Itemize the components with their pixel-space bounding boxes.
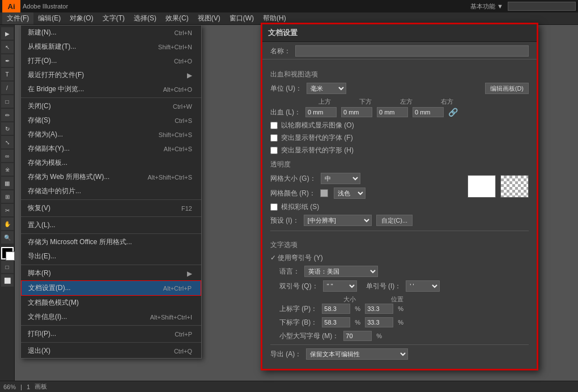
highlight-font-checkbox[interactable]: [270, 134, 278, 142]
subscript-size-input[interactable]: [322, 317, 350, 327]
tool-screen-mode[interactable]: ⬜: [1, 274, 14, 287]
language-select[interactable]: 英语：美国: [304, 266, 378, 277]
bleed-top-input[interactable]: [305, 107, 337, 117]
bleed-bottom-input[interactable]: [341, 107, 372, 117]
custom-btn[interactable]: 自定(C)...: [376, 215, 413, 226]
tool-hand[interactable]: ✋: [1, 218, 14, 230]
bleed-right-input[interactable]: [413, 107, 444, 117]
export-select[interactable]: 保留文本可编辑性: [306, 348, 408, 360]
grid-preview: [468, 175, 529, 198]
tool-select[interactable]: ▶: [1, 27, 14, 40]
separator-2: [21, 199, 201, 200]
search-input[interactable]: [508, 2, 576, 11]
menu-quit[interactable]: 退出(X) Ctrl+Q: [21, 344, 201, 358]
menu-revert[interactable]: 恢复(V) F12: [21, 201, 201, 215]
checkbox-outline-mode: 以轮廓模式显示图像 (O): [270, 121, 529, 130]
menu-scripts[interactable]: 脚本(R) ▶: [21, 266, 201, 280]
menu-export[interactable]: 导出(E)...: [21, 249, 201, 263]
single-quote-select[interactable]: ' ': [406, 280, 440, 292]
tool-zoom[interactable]: 🔍: [1, 231, 14, 244]
tool-rect[interactable]: □: [1, 95, 14, 108]
grid-color-select[interactable]: 浅色 深色: [334, 188, 366, 199]
menu-bridge[interactable]: 在 Bridge 中浏览... Alt+Ctrl+O: [21, 82, 201, 96]
position-col-label: 位置: [375, 295, 420, 304]
menu-save-office[interactable]: 存储为 Microsoft Office 所用格式...: [21, 235, 201, 249]
link-icon: 🔗: [448, 108, 458, 117]
menu-save-copy[interactable]: 存储副本(Y)... Alt+Ctrl+S: [21, 142, 201, 156]
menu-recent[interactable]: 最近打开的文件(F) ▶: [21, 68, 201, 82]
menu-file-info[interactable]: 文件信息(I)... Alt+Shift+Ctrl+I: [21, 310, 201, 324]
superscript-size-input[interactable]: [322, 304, 350, 314]
menu-window[interactable]: 窗口(W): [225, 12, 258, 24]
separator-6: [21, 325, 201, 326]
bleed-labels-row: 上方 下方 左方 右方: [304, 97, 529, 106]
tool-slice[interactable]: ✂: [1, 204, 14, 216]
menu-file[interactable]: 文件(F): [2, 12, 33, 24]
menu-save-slice[interactable]: 存储选中的切片...: [21, 184, 201, 198]
tool-graph[interactable]: ▦: [1, 177, 14, 189]
menu-close[interactable]: 关闭(C) Ctrl+W: [21, 99, 201, 113]
use-quotes-label: ✓ 使用弯引号 (Y): [270, 253, 323, 263]
preset-row: 预设 (I)： [中分辨率] 自定(C)...: [270, 215, 529, 226]
name-label: 名称：: [270, 46, 291, 56]
simulate-paper-row: 模拟彩纸 (S): [270, 202, 450, 212]
unit-row: 单位 (U)： 毫米 像素 点 厘米 编辑画板(D): [270, 83, 529, 94]
menu-save-as[interactable]: 存储为(A)... Shift+Ctrl+S: [21, 127, 201, 142]
tool-type[interactable]: T: [1, 68, 14, 80]
use-quotes-row: ✓ 使用弯引号 (Y): [270, 253, 529, 263]
export-label: 导出 (A)：: [270, 350, 301, 359]
subscript-label: 下标字 (B)：: [279, 318, 317, 327]
menu-effect[interactable]: 效果(C): [161, 12, 193, 24]
highlight-glyph-checkbox[interactable]: [270, 147, 278, 154]
menu-edit[interactable]: 编辑(E): [33, 12, 65, 24]
preset-select[interactable]: [中分辨率]: [304, 215, 372, 226]
menu-save-template[interactable]: 存储为模板...: [21, 156, 201, 170]
name-row: 名称：: [262, 42, 537, 59]
menu-place[interactable]: 置入(L)...: [21, 218, 201, 232]
menu-new[interactable]: 新建(N)... Ctrl+N: [21, 25, 201, 40]
menu-print[interactable]: 打印(P)... Ctrl+P: [21, 327, 201, 341]
double-quote-label: 双引号 (Q)：: [279, 282, 318, 291]
export-row: 导出 (A)： 保留文本可编辑性: [270, 344, 529, 360]
tool-rotate[interactable]: ↻: [1, 122, 14, 135]
subscript-pos-input[interactable]: [365, 317, 393, 327]
separator-1: [21, 97, 201, 98]
menu-save-web[interactable]: 存储为 Web 所用格式(W)... Alt+Shift+Ctrl+S: [21, 170, 201, 184]
menu-view[interactable]: 视图(V): [193, 12, 225, 24]
tool-blend[interactable]: ∞: [1, 150, 14, 162]
menu-object[interactable]: 对象(O): [65, 12, 97, 24]
edit-board-btn[interactable]: 编辑画板(D): [485, 83, 529, 94]
menu-color-mode[interactable]: 文档颜色模式(M): [21, 296, 201, 310]
subscript-row: 下标字 (B)： % %: [279, 317, 529, 327]
separator-5: [21, 265, 201, 265]
menu-open[interactable]: 打开(O)... Ctrl+O: [21, 54, 201, 68]
fill-stroke-indicator[interactable]: [1, 247, 14, 259]
left-toolbar: ▶ ↖ ✒ T / □ ✏ ↻ ⤡ ∞ ※ ▦ ⊞ ✂ ✋ 🔍 □ ⬜: [0, 25, 15, 392]
double-quote-select[interactable]: " ": [323, 280, 357, 292]
menu-text[interactable]: 文字(T): [98, 12, 129, 24]
tool-line[interactable]: /: [1, 82, 14, 94]
bleed-left-input[interactable]: [377, 107, 408, 117]
bottom-bar: 66% | 1 画板: [0, 381, 578, 392]
tool-symbol[interactable]: ※: [1, 163, 14, 176]
name-input[interactable]: [295, 45, 529, 57]
tool-pen[interactable]: ✒: [1, 54, 14, 67]
superscript-pos-input[interactable]: [365, 304, 393, 314]
unit-label: 单位 (U)：: [270, 84, 302, 93]
basic-func-btn[interactable]: 基本功能 ▼: [470, 2, 503, 11]
tool-draw-mode[interactable]: □: [1, 261, 14, 273]
menu-save[interactable]: 存储(S) Ctrl+S: [21, 113, 201, 127]
unit-select[interactable]: 毫米 像素 点 厘米: [307, 83, 346, 94]
simulate-paper-checkbox[interactable]: [270, 203, 278, 211]
app-logo: Ai: [2, 0, 20, 12]
tool-brush[interactable]: ✏: [1, 109, 14, 121]
grid-size-select[interactable]: 中 小 大: [321, 173, 360, 184]
menu-doc-settings[interactable]: 文档设置(D)... Alt+Ctrl+P: [21, 280, 201, 296]
tool-artboard[interactable]: ⊞: [1, 190, 14, 203]
tool-direct-select[interactable]: ↖: [1, 41, 14, 53]
menu-select[interactable]: 选择(S): [129, 12, 161, 24]
outline-mode-checkbox[interactable]: [270, 122, 278, 129]
tool-scale[interactable]: ⤡: [1, 136, 14, 148]
small-caps-input[interactable]: [343, 331, 372, 341]
menu-new-template[interactable]: 从模板新建(T)... Shift+Ctrl+N: [21, 40, 201, 54]
